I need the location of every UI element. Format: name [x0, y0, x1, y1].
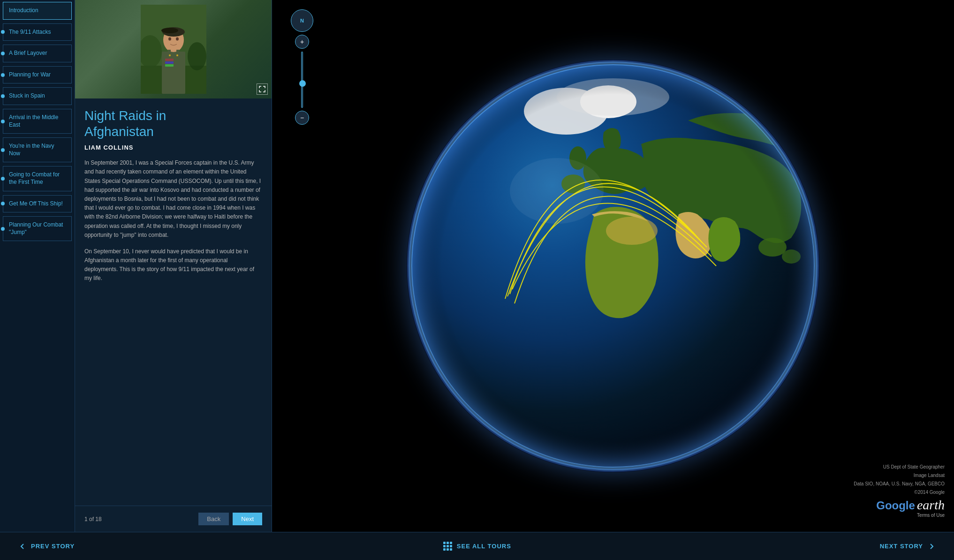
- svg-point-8: [168, 38, 171, 41]
- svg-rect-4: [162, 52, 185, 94]
- bottom-bar: PREV STORY SEE ALL TOURS NEXT STORY: [0, 532, 954, 560]
- svg-point-31: [510, 158, 604, 224]
- sidebar-dot: [1, 202, 5, 205]
- next-story-button[interactable]: NEXT STORY: [880, 543, 935, 550]
- sidebar-item-label: Introduction: [9, 7, 38, 14]
- story-content-area: Night Raids in Afghanistan LIAM COLLINS …: [75, 98, 272, 506]
- story-title: Night Raids in Afghanistan: [84, 108, 262, 139]
- sidebar-dot: [1, 52, 5, 55]
- globe-svg: [407, 60, 819, 472]
- sidebar-item-911-attacks[interactable]: The 9/11 Attacks: [3, 23, 72, 41]
- expand-button[interactable]: [257, 83, 268, 95]
- svg-rect-10: [168, 50, 171, 53]
- sidebar-dot: [1, 148, 5, 152]
- google-label: Google: [876, 499, 915, 512]
- story-paragraph-2: On September 10, I never would have pred…: [84, 247, 262, 283]
- sidebar-item-navy-now[interactable]: You're in the Navy Now: [3, 137, 72, 162]
- attribution-line3: Data SIO, NOAA, U.S. Navy, NGA, GEBCO: [854, 481, 945, 487]
- sidebar-item-label: Planning for War: [9, 71, 51, 78]
- sidebar-item-planning-for-war[interactable]: Planning for War: [3, 66, 72, 84]
- sidebar-dot: [1, 30, 5, 34]
- sidebar-dot: [1, 120, 5, 123]
- sidebar-item-brief-layover[interactable]: A Brief Layover: [3, 45, 72, 62]
- sidebar-item-planning-combat[interactable]: Planning Our Combat "Jump": [3, 216, 72, 241]
- prev-story-button[interactable]: PREV STORY: [19, 543, 75, 550]
- story-author: LIAM COLLINS: [84, 144, 262, 151]
- sidebar-item-going-to-combat[interactable]: Going to Combat for the First Time: [3, 166, 72, 191]
- svg-point-9: [176, 38, 179, 41]
- story-paragraph-1: In September 2001, I was a Special Force…: [84, 159, 262, 240]
- sidebar-item-label: Planning Our Combat "Jump": [9, 221, 63, 235]
- next-button[interactable]: Next: [233, 513, 262, 525]
- sidebar-item-arrival-middle-east[interactable]: Arrival in the Middle East: [3, 109, 72, 134]
- sidebar-dot: [1, 73, 5, 77]
- svg-point-15: [169, 54, 171, 56]
- sidebar-item-label: Stuck in Spain: [9, 92, 45, 99]
- svg-rect-13: [165, 61, 174, 64]
- sidebar-item-introduction[interactable]: Introduction: [3, 2, 72, 20]
- sidebar-item-label: The 9/11 Attacks: [9, 29, 51, 35]
- svg-point-16: [176, 54, 178, 56]
- attribution-line1: US Dept of State Geographer: [854, 464, 945, 470]
- sidebar: IntroductionThe 9/11 AttacksA Brief Layo…: [0, 0, 75, 532]
- attribution-line2: Image Landsat: [854, 472, 945, 479]
- sidebar-dot: [1, 227, 5, 231]
- sidebar-item-label: You're in the Navy Now: [9, 143, 54, 157]
- content-panel: Night Raids in Afghanistan LIAM COLLINS …: [75, 0, 272, 532]
- sidebar-item-label: Get Me Off This Ship!: [9, 200, 63, 207]
- prev-arrow-icon: [19, 543, 26, 550]
- globe-container: [272, 0, 954, 532]
- svg-rect-11: [176, 50, 179, 53]
- sidebar-item-get-me-off[interactable]: Get Me Off This Ship!: [3, 195, 72, 213]
- svg-point-27: [411, 64, 815, 468]
- svg-point-7: [161, 28, 178, 33]
- terms-link[interactable]: Terms of Use: [854, 513, 945, 518]
- map-attribution: US Dept of State Geographer Image Landsa…: [854, 464, 945, 518]
- sidebar-dot: [1, 177, 5, 181]
- sidebar-item-label: Going to Combat for the First Time: [9, 171, 60, 185]
- earth-label: earth: [917, 498, 945, 513]
- back-button[interactable]: Back: [198, 513, 229, 525]
- attribution-line4: ©2014 Google: [854, 489, 945, 496]
- see-all-button[interactable]: SEE ALL TOURS: [75, 542, 880, 551]
- story-image: [75, 0, 272, 98]
- map-area: N + −: [272, 0, 954, 532]
- sidebar-dot: [1, 94, 5, 98]
- svg-point-3: [188, 42, 206, 70]
- svg-rect-14: [165, 64, 174, 67]
- svg-rect-12: [165, 59, 174, 61]
- grid-icon: [443, 542, 452, 551]
- sidebar-item-label: Arrival in the Middle East: [9, 114, 58, 128]
- next-arrow-icon: [928, 543, 935, 550]
- story-navigation: 1 of 18 Back Next: [75, 506, 272, 532]
- sidebar-item-label: A Brief Layover: [9, 50, 47, 56]
- globe[interactable]: [407, 60, 819, 472]
- story-portrait: [141, 5, 206, 94]
- sidebar-item-stuck-in-spain[interactable]: Stuck in Spain: [3, 87, 72, 105]
- page-indicator: 1 of 18: [84, 516, 195, 522]
